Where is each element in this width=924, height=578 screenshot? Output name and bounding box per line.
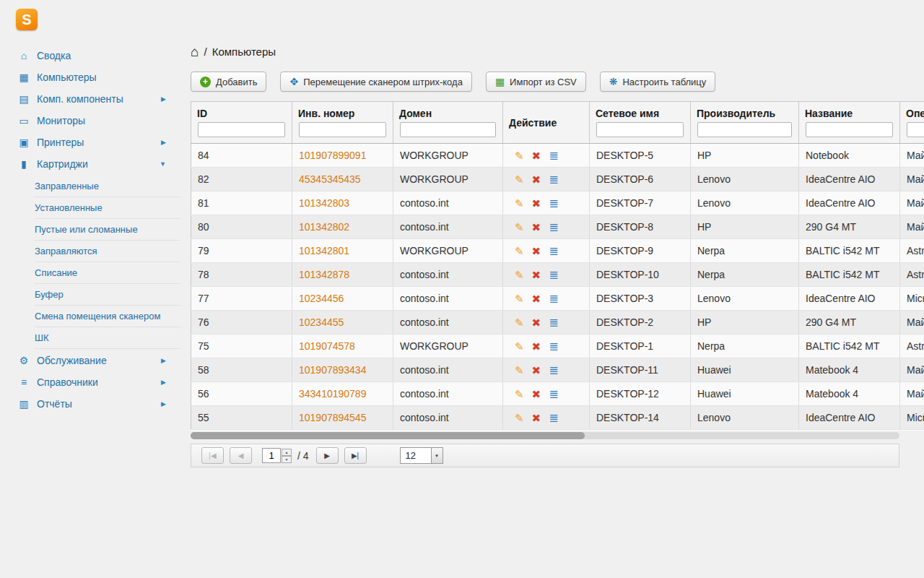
table-row[interactable]: 84101907899091WORKGROUP✎✖≣DESKTOP-5HPNot…	[191, 144, 924, 168]
cell-inv[interactable]: 101342802	[292, 215, 393, 239]
delete-icon[interactable]: ✖	[532, 316, 541, 329]
edit-icon[interactable]: ✎	[515, 245, 524, 257]
table-row[interactable]: 81101342803contoso.int✎✖≣DESKTOP-7Lenovo…	[191, 191, 924, 215]
cell-inv[interactable]: 10234456	[292, 287, 393, 311]
sidebar-item-printers[interactable]: ▣Принтеры▶	[0, 131, 180, 153]
details-icon[interactable]: ≣	[549, 388, 558, 400]
pagination-last-button[interactable]: ▶|	[344, 447, 367, 464]
details-icon[interactable]: ≣	[549, 340, 558, 353]
cell-inv[interactable]: 101907894545	[292, 406, 393, 430]
table-row[interactable]: 80101342802contoso.int✎✖≣DESKTOP-8HP290 …	[191, 215, 924, 239]
delete-icon[interactable]: ✖	[532, 412, 541, 424]
edit-icon[interactable]: ✎	[515, 364, 524, 376]
submenu-item[interactable]: Буфер	[35, 284, 180, 306]
table-row[interactable]: 56343410190789contoso.int✎✖≣DESKTOP-12Hu…	[191, 382, 924, 406]
submenu-item[interactable]: Установленные	[35, 197, 180, 219]
table-row[interactable]: 58101907893434contoso.int✎✖≣DESKTOP-11Hu…	[191, 358, 924, 382]
sidebar-item-cartridges[interactable]: ▮Картриджи▼	[0, 153, 180, 175]
scrollbar-thumb[interactable]	[191, 432, 585, 439]
table-row[interactable]: 7710234456contoso.int✎✖≣DESKTOP-3LenovoI…	[191, 287, 924, 311]
table-row[interactable]: 7610234455contoso.int✎✖≣DESKTOP-2HP290 G…	[191, 311, 924, 335]
details-icon[interactable]: ≣	[549, 221, 558, 233]
details-icon[interactable]: ≣	[549, 150, 558, 162]
table-row[interactable]: 78101342878contoso.int✎✖≣DESKTOP-10Nerpa…	[191, 263, 924, 287]
sidebar-item-maintenance[interactable]: ⚙Обслуживание▶	[0, 350, 180, 371]
filter-network-input[interactable]	[596, 122, 684, 137]
delete-icon[interactable]: ✖	[532, 364, 541, 376]
details-icon[interactable]: ≣	[549, 316, 558, 329]
cell-inv[interactable]: 101907893434	[292, 358, 393, 382]
details-icon[interactable]: ≣	[549, 269, 558, 281]
spinner-down-button[interactable]: ▼	[282, 456, 292, 463]
cell-inv[interactable]: 101342801	[292, 239, 393, 263]
cell-inv[interactable]: 101342878	[292, 263, 393, 287]
submenu-item[interactable]: Заправляются	[35, 241, 180, 262]
delete-icon[interactable]: ✖	[532, 221, 541, 233]
sidebar-item-reports[interactable]: ▥Отчёты▶	[0, 393, 180, 415]
edit-icon[interactable]: ✎	[515, 316, 524, 329]
page-size-dropdown-button[interactable]: ▼	[431, 448, 443, 463]
edit-icon[interactable]: ✎	[515, 269, 524, 281]
edit-icon[interactable]: ✎	[515, 293, 524, 305]
submenu-item[interactable]: Заправленные	[35, 176, 180, 197]
sidebar-item-summary[interactable]: ⌂Сводка	[0, 45, 180, 66]
submenu-item[interactable]: Пустые или сломанные	[35, 219, 180, 241]
page-size-select[interactable]: 12 ▼	[400, 447, 443, 464]
table-row[interactable]: 8245345345435WORKGROUP✎✖≣DESKTOP-6Lenovo…	[191, 168, 924, 191]
page-number-input[interactable]	[262, 448, 281, 463]
delete-icon[interactable]: ✖	[532, 245, 541, 257]
pagination-prev-button[interactable]: ◀	[230, 447, 252, 464]
filter-id-input[interactable]	[198, 122, 285, 137]
details-icon[interactable]: ≣	[549, 364, 558, 376]
table-row[interactable]: 55101907894545contoso.int✎✖≣DESKTOP-14Le…	[191, 406, 924, 430]
delete-icon[interactable]: ✖	[532, 197, 541, 210]
cell-inv[interactable]: 10234455	[292, 311, 393, 335]
submenu-item[interactable]: ШК	[35, 327, 180, 349]
edit-icon[interactable]: ✎	[515, 221, 524, 233]
filter-domain-input[interactable]	[400, 122, 496, 137]
cell-inv[interactable]: 101907899091	[292, 144, 393, 168]
table-row[interactable]: 79101342801WORKGROUP✎✖≣DESKTOP-9NerpaBAL…	[191, 239, 924, 263]
delete-icon[interactable]: ✖	[532, 173, 541, 186]
filter-os-input[interactable]	[907, 122, 924, 137]
sidebar-item-computers[interactable]: ▦Компьютеры	[0, 66, 180, 88]
delete-icon[interactable]: ✖	[532, 269, 541, 281]
edit-icon[interactable]: ✎	[515, 388, 524, 400]
details-icon[interactable]: ≣	[549, 197, 558, 210]
details-icon[interactable]: ≣	[549, 173, 558, 186]
add-button[interactable]: +Добавить	[191, 72, 266, 92]
cell-inv[interactable]: 1019074578	[292, 335, 393, 358]
home-icon[interactable]: ⌂	[191, 45, 199, 59]
filter-manufacturer-input[interactable]	[697, 122, 792, 137]
pagination-first-button[interactable]: |◀	[201, 447, 224, 464]
edit-icon[interactable]: ✎	[515, 173, 524, 186]
table-row[interactable]: 751019074578WORKGROUP✎✖≣DESKTOP-1NerpaBA…	[191, 335, 924, 358]
submenu-item[interactable]: Смена помещения сканером	[35, 306, 180, 327]
barcode-move-button[interactable]: ✥Перемещение сканером штрих-кода	[280, 72, 471, 92]
cell-inv[interactable]: 343410190789	[292, 382, 393, 406]
cell-inv[interactable]: 45345345435	[292, 168, 393, 191]
delete-icon[interactable]: ✖	[532, 293, 541, 305]
sidebar-item-directories[interactable]: ≡Справочники▶	[0, 371, 180, 393]
edit-icon[interactable]: ✎	[515, 412, 524, 424]
edit-icon[interactable]: ✎	[515, 150, 524, 162]
details-icon[interactable]: ≣	[549, 412, 558, 424]
spinner-up-button[interactable]: ▲	[282, 449, 292, 456]
sidebar-item-monitors[interactable]: ▭Мониторы	[0, 110, 180, 131]
configure-table-button[interactable]: ❋Настроить таблицу	[600, 72, 716, 92]
edit-icon[interactable]: ✎	[515, 197, 524, 210]
sidebar-item-components[interactable]: ▤Комп. компоненты▶	[0, 88, 180, 110]
delete-icon[interactable]: ✖	[532, 388, 541, 400]
submenu-item[interactable]: Списание	[35, 262, 180, 284]
filter-inv-input[interactable]	[299, 122, 386, 137]
delete-icon[interactable]: ✖	[532, 340, 541, 353]
import-csv-button[interactable]: ▦Импорт из CSV	[486, 72, 586, 92]
edit-icon[interactable]: ✎	[515, 340, 524, 353]
app-logo[interactable]: S	[16, 9, 38, 30]
details-icon[interactable]: ≣	[549, 293, 558, 305]
delete-icon[interactable]: ✖	[532, 150, 541, 162]
pagination-next-button[interactable]: ▶	[316, 447, 339, 464]
horizontal-scrollbar[interactable]	[191, 432, 899, 439]
filter-model-input[interactable]	[806, 122, 893, 137]
details-icon[interactable]: ≣	[549, 245, 558, 257]
